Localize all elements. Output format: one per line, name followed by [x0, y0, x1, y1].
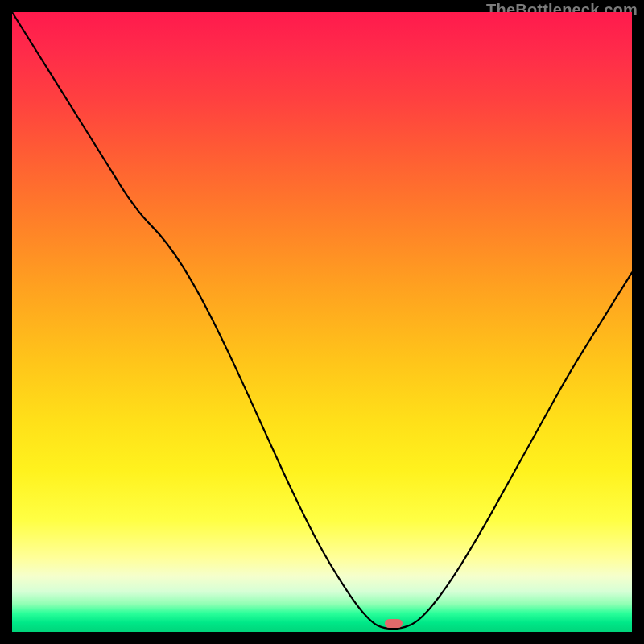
plot-area	[12, 12, 632, 632]
curve-svg	[12, 12, 632, 632]
optimal-point-marker	[385, 619, 402, 628]
chart-frame: TheBottleneck.com	[0, 0, 644, 644]
bottleneck-curve-path	[12, 12, 632, 629]
